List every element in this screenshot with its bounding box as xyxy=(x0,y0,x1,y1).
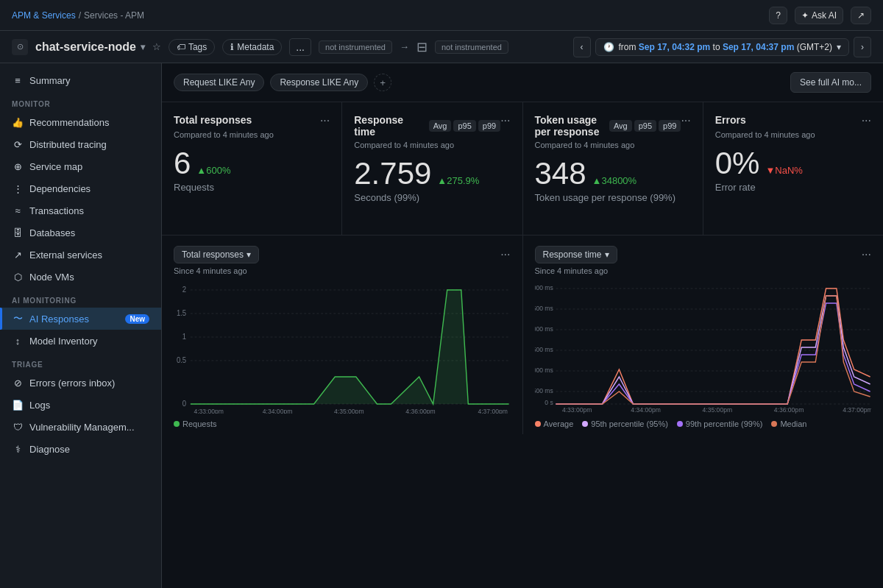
chart-area-2: 3000 ms 2500 ms 2000 ms 1500 ms 1000 ms … xyxy=(535,281,872,414)
metric-card-total-responses: Total responses ··· Compared to 4 minute… xyxy=(162,102,341,235)
chart-dropdown-1[interactable]: Total responses ▾ xyxy=(174,246,259,263)
request-filter[interactable]: Request LIKE Any xyxy=(174,74,264,91)
breadcrumb-apm[interactable]: APM & Services xyxy=(12,10,76,21)
legend-dot-median xyxy=(771,421,777,427)
monitor-section-label: MONITOR xyxy=(0,91,161,111)
sidebar-item-model-inventory[interactable]: ↕ Model Inventory xyxy=(0,330,161,352)
metric-title-total-responses: Total responses xyxy=(174,114,252,126)
breadcrumb: APM & Services / Services - APM xyxy=(12,10,144,21)
svg-text:1: 1 xyxy=(182,333,186,341)
legend-dot-requests xyxy=(174,421,180,427)
legend-dot-average xyxy=(535,421,541,427)
sidebar-item-distributed-tracing[interactable]: ⟳ Distributed tracing xyxy=(0,133,161,155)
share-button[interactable]: ↗ xyxy=(851,7,871,24)
sidebar-item-databases[interactable]: 🗄 Databases xyxy=(0,222,161,244)
svg-text:500 ms: 500 ms xyxy=(535,387,553,394)
new-badge: New xyxy=(125,314,149,324)
sidebar-item-errors[interactable]: ⊘ Errors (errors inbox) xyxy=(0,372,161,394)
metric-label-0: Requests xyxy=(174,182,330,193)
recommendations-icon: 👍 xyxy=(12,116,24,128)
metric-value-3: 0% xyxy=(715,148,760,179)
response-filter[interactable]: Response LIKE Any xyxy=(270,74,368,91)
pill-p95-2[interactable]: p95 xyxy=(634,120,656,132)
sidebar-item-node-vms[interactable]: ⬡ Node VMs xyxy=(0,266,161,288)
metric-more-total-responses[interactable]: ··· xyxy=(320,114,330,127)
sidebar-item-summary[interactable]: ≡ Summary xyxy=(0,69,161,91)
dependencies-icon: ⋮ xyxy=(12,183,24,194)
metric-title-token-usage: Token usage per response xyxy=(535,114,605,138)
chart-more-1[interactable]: ··· xyxy=(500,248,510,261)
service-icon: ⊙ xyxy=(12,39,28,55)
tag-icon: 🏷 xyxy=(177,42,185,52)
chart-dropdown-2[interactable]: Response time ▾ xyxy=(535,246,617,263)
metric-more-response-time[interactable]: ··· xyxy=(500,114,510,127)
sidebar-item-service-map[interactable]: ⊕ Service map xyxy=(0,155,161,177)
svg-text:2: 2 xyxy=(182,286,186,294)
next-time-button[interactable]: › xyxy=(854,37,871,57)
svg-text:4:33:00pm: 4:33:00pm xyxy=(561,406,591,414)
prev-time-button[interactable]: ‹ xyxy=(573,37,591,57)
metric-cards: Total responses ··· Compared to 4 minute… xyxy=(162,102,883,235)
sidebar-item-dependencies[interactable]: ⋮ Dependencies xyxy=(0,177,161,199)
sidebar-item-vulnerability[interactable]: 🛡 Vulnerability Managem... xyxy=(0,416,161,438)
metric-change-3: ▼NaN% xyxy=(765,165,802,176)
chart-legend-1: Requests xyxy=(174,414,511,434)
metric-card-response-time: Response time Avg p95 p99 ··· Compared t… xyxy=(342,102,522,235)
metric-more-token-usage[interactable]: ··· xyxy=(681,114,690,127)
metric-compare-1: Compared to 4 minutes ago xyxy=(354,141,510,149)
ai-icon: ✦ xyxy=(801,10,809,21)
time-text: from Sep 17, 04:32 pm to Sep 17, 04:37 p… xyxy=(619,42,833,52)
pill-avg-1[interactable]: Avg xyxy=(429,120,452,132)
sidebar-item-ai-responses[interactable]: 〜 AI Responses New xyxy=(0,308,161,330)
metric-more-errors[interactable]: ··· xyxy=(862,114,871,127)
pill-p99-2[interactable]: p99 xyxy=(659,120,681,132)
triage-section-label: TRIAGE xyxy=(0,352,161,372)
see-full-ai-button[interactable]: See full AI mo... xyxy=(790,72,871,93)
star-icon[interactable]: ☆ xyxy=(152,41,161,52)
chart-legend-2: Average 95th percentile (95%) 99th perce… xyxy=(535,414,872,434)
not-instrumented-1: not instrumented xyxy=(319,40,392,54)
chevron-down-icon: ▾ xyxy=(247,249,251,260)
sidebar-item-diagnose[interactable]: ⚕ Diagnose xyxy=(0,438,161,460)
metric-change-1: ▲275.9% xyxy=(437,175,479,186)
top-nav: APM & Services / Services - APM ? ✦ Ask … xyxy=(0,0,883,31)
tags-button[interactable]: 🏷 Tags xyxy=(169,39,215,55)
chart-more-2[interactable]: ··· xyxy=(862,248,871,261)
chart-card-total-responses: Total responses ▾ ··· Since 4 minutes ag… xyxy=(162,235,522,434)
metric-compare-3: Compared to 4 minutes ago xyxy=(715,130,871,139)
sidebar-item-recommendations[interactable]: 👍 Recommendations xyxy=(0,111,161,133)
help-button[interactable]: ? xyxy=(769,7,787,24)
info-icon: ℹ xyxy=(230,42,234,52)
svg-text:4:35:00pm: 4:35:00pm xyxy=(334,408,364,414)
svg-text:4:36:00pm: 4:36:00pm xyxy=(405,408,435,414)
sidebar-item-external-services[interactable]: ↗ External services xyxy=(0,244,161,266)
metric-label-3: Error rate xyxy=(715,182,871,193)
sidebar-item-transactions[interactable]: ≈ Transactions xyxy=(0,199,161,222)
add-filter-button[interactable]: + xyxy=(374,74,391,91)
pill-p95-1[interactable]: p95 xyxy=(453,120,475,132)
metric-compare-0: Compared to 4 minutes ago xyxy=(174,130,330,139)
distributed-tracing-icon: ⟳ xyxy=(12,138,24,150)
metric-value-0: 6 xyxy=(174,148,191,179)
metadata-button[interactable]: ℹ Metadata xyxy=(222,39,282,55)
metric-value-1: 2.759 xyxy=(354,158,431,189)
svg-text:0 s: 0 s xyxy=(545,399,553,406)
main-layout: ≡ Summary MONITOR 👍 Recommendations ⟳ Di… xyxy=(0,63,883,588)
metric-label-2: Token usage per response (99%) xyxy=(535,192,691,203)
model-inventory-icon: ↕ xyxy=(12,335,24,347)
ask-ai-button[interactable]: ✦ Ask AI xyxy=(795,7,843,24)
sidebar-item-logs[interactable]: 📄 Logs xyxy=(0,394,161,416)
legend-dot-p99 xyxy=(677,421,683,427)
time-picker[interactable]: 🕐 from Sep 17, 04:32 pm to Sep 17, 04:37… xyxy=(595,38,850,56)
metric-value-2: 348 xyxy=(535,158,586,189)
pill-p99-1[interactable]: p99 xyxy=(478,120,500,132)
svg-text:4:33:00pm: 4:33:00pm xyxy=(194,408,223,414)
chevron-icon[interactable]: ▾ xyxy=(141,42,145,52)
legend-item-p95: 95th percentile (95%) xyxy=(582,419,668,428)
more-button[interactable]: ... xyxy=(289,38,311,56)
pill-avg-2[interactable]: Avg xyxy=(609,120,632,132)
transactions-icon: ≈ xyxy=(12,205,24,216)
chart-since-2: Since 4 minutes ago xyxy=(535,266,872,275)
chart-area-1: 2 1.5 1 0.5 0 xyxy=(174,281,511,414)
chevron-down-icon-2: ▾ xyxy=(605,249,609,260)
